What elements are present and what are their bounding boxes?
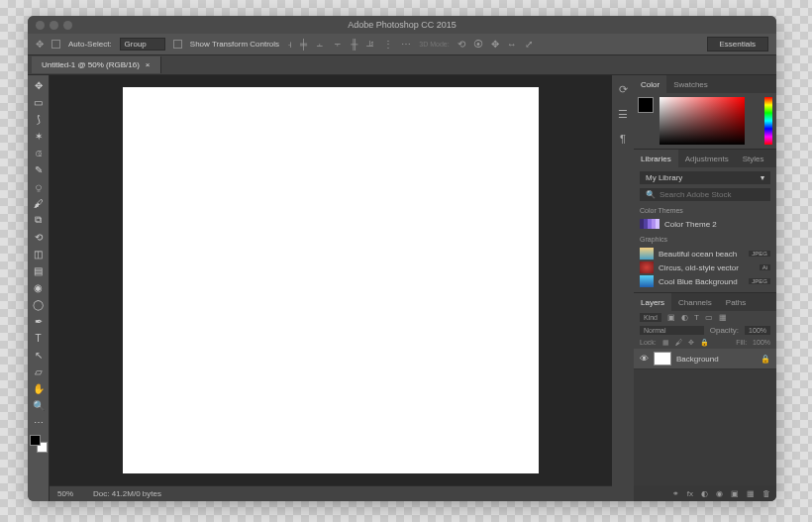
dodge-tool[interactable]: ◯ <box>30 296 48 312</box>
character-panel-icon[interactable]: ¶ <box>620 133 626 145</box>
history-panel-icon[interactable]: ⟳ <box>619 83 628 96</box>
magic-wand-tool[interactable]: ✶ <box>30 128 48 144</box>
filter-smart-icon[interactable]: ▦ <box>719 313 727 322</box>
current-color-swatch[interactable] <box>638 97 654 113</box>
canvas-area: 50% Doc: 41.2M/0 bytes <box>50 75 612 501</box>
more-options-icon[interactable]: ⋯ <box>401 39 411 50</box>
hand-tool[interactable]: ✋ <box>30 380 48 396</box>
filter-type-icon[interactable]: T <box>694 313 699 322</box>
layer-background[interactable]: 👁 Background 🔒 <box>634 349 776 369</box>
path-select-tool[interactable]: ↖ <box>30 347 48 363</box>
align-left-icon[interactable]: ⫞ <box>287 39 292 50</box>
color-tab[interactable]: Color <box>634 75 666 93</box>
new-group-icon[interactable]: ▣ <box>731 489 739 498</box>
library-graphic-item[interactable]: Cool Blue BackgroundJPEG <box>640 274 770 288</box>
shape-tool[interactable]: ▱ <box>30 364 48 379</box>
filter-shape-icon[interactable]: ▭ <box>705 313 713 322</box>
edit-toolbar[interactable]: ⋯ <box>30 414 48 430</box>
gradient-tool[interactable]: ▤ <box>30 262 48 278</box>
close-window-button[interactable] <box>36 21 45 30</box>
color-theme-item[interactable]: Color Theme 2 <box>640 218 770 230</box>
library-graphic-item[interactable]: Beautiful ocean beachJPEG <box>640 247 770 261</box>
align-top-icon[interactable]: ⫟ <box>333 39 343 50</box>
foreground-color-swatch[interactable] <box>30 435 41 446</box>
layer-style-icon[interactable]: fx <box>687 489 693 498</box>
zoom-level[interactable]: 50% <box>57 489 73 498</box>
traffic-lights <box>36 21 72 30</box>
zoom-tool[interactable]: 🔍 <box>30 397 48 413</box>
layer-lock-row: Lock: ▦ 🖌 ✥ 🔒 Fill: 100% <box>634 337 776 349</box>
lock-icon[interactable]: 🔒 <box>761 355 770 364</box>
opacity-field[interactable]: 100% <box>745 326 770 335</box>
adjustments-tab[interactable]: Adjustments <box>678 150 736 167</box>
close-tab-icon[interactable]: × <box>146 60 151 69</box>
lock-all-icon[interactable]: 🔒 <box>700 339 709 347</box>
stock-search-input[interactable]: 🔍Search Adobe Stock <box>640 188 770 201</box>
history-brush-tool[interactable]: ⟲ <box>30 229 48 245</box>
visibility-icon[interactable]: 👁 <box>640 354 649 364</box>
auto-select-dropdown[interactable]: Group <box>120 38 165 51</box>
paths-tab[interactable]: Paths <box>719 293 753 311</box>
styles-tab[interactable]: Styles <box>736 150 771 167</box>
move-tool[interactable]: ✥ <box>30 77 48 93</box>
pen-tool[interactable]: ✒ <box>30 313 48 329</box>
eyedropper-tool[interactable]: ✎ <box>30 161 48 177</box>
canvas[interactable] <box>123 87 539 473</box>
hue-slider[interactable] <box>764 97 772 145</box>
link-layers-icon[interactable]: ⚭ <box>672 489 679 498</box>
libraries-tab[interactable]: Libraries <box>634 150 678 167</box>
photoshop-window: Adobe Photoshop CC 2015 ✥ Auto-Select: G… <box>28 16 776 501</box>
doc-info[interactable]: Doc: 41.2M/0 bytes <box>93 489 161 498</box>
marquee-tool[interactable]: ▭ <box>30 94 48 110</box>
3d-roll-icon[interactable]: ⦿ <box>473 39 483 50</box>
filter-adjust-icon[interactable]: ◐ <box>681 313 688 322</box>
3d-zoom-icon[interactable]: ⤢ <box>525 39 533 50</box>
3d-orbit-icon[interactable]: ⟲ <box>457 39 465 50</box>
delete-layer-icon[interactable]: 🗑 <box>762 489 770 498</box>
layer-kind-filter[interactable]: Kind <box>640 313 661 322</box>
lock-position-icon[interactable]: ✥ <box>688 339 694 347</box>
type-tool[interactable]: T <box>30 330 48 346</box>
clone-stamp-tool[interactable]: ⧉ <box>30 212 48 228</box>
lasso-tool[interactable]: ⟆ <box>30 111 48 127</box>
align-bottom-icon[interactable]: ⫡ <box>365 39 375 50</box>
document-tabbar: Untitled-1 @ 50% (RGB/16) × <box>28 55 776 75</box>
eraser-tool[interactable]: ◫ <box>30 246 48 261</box>
auto-select-checkbox[interactable] <box>51 40 60 49</box>
library-graphic-item[interactable]: Circus, old-style vectorAi <box>640 261 770 274</box>
minimize-window-button[interactable] <box>50 21 58 30</box>
align-center-h-icon[interactable]: ╪ <box>300 39 307 50</box>
properties-panel-icon[interactable]: ☰ <box>618 108 628 121</box>
new-fill-icon[interactable]: ◉ <box>716 489 723 498</box>
layer-name[interactable]: Background <box>676 355 719 364</box>
color-swatches[interactable] <box>30 435 48 453</box>
swatches-tab[interactable]: Swatches <box>666 75 715 93</box>
blur-tool[interactable]: ◉ <box>30 279 48 295</box>
filter-image-icon[interactable]: ▣ <box>667 313 675 322</box>
healing-brush-tool[interactable]: ⍜ <box>30 178 48 194</box>
layer-mask-icon[interactable]: ◐ <box>701 489 708 498</box>
brush-tool[interactable]: 🖌 <box>30 195 48 211</box>
show-transform-checkbox[interactable] <box>173 40 182 49</box>
document-tab[interactable]: Untitled-1 @ 50% (RGB/16) × <box>32 56 161 73</box>
status-bar: 50% Doc: 41.2M/0 bytes <box>50 485 612 501</box>
3d-pan-icon[interactable]: ✥ <box>491 39 499 50</box>
workspace-selector[interactable]: Essentials <box>707 37 768 52</box>
fill-field[interactable]: 100% <box>753 339 770 347</box>
new-layer-icon[interactable]: ▦ <box>747 489 755 498</box>
blend-mode-dropdown[interactable]: Normal <box>640 326 704 335</box>
lock-transparent-icon[interactable]: ▦ <box>662 339 669 347</box>
distribute-h-icon[interactable]: ⋮ <box>383 39 393 50</box>
layers-tab[interactable]: Layers <box>634 293 671 311</box>
canvas-viewport[interactable] <box>50 75 612 485</box>
align-middle-icon[interactable]: ╫ <box>351 39 357 50</box>
channels-tab[interactable]: Channels <box>671 293 719 311</box>
crop-tool[interactable]: ⟃ <box>30 145 48 160</box>
zoom-window-button[interactable] <box>63 21 72 30</box>
layer-thumbnail[interactable] <box>654 352 671 365</box>
color-picker-field[interactable] <box>660 97 745 145</box>
library-dropdown[interactable]: My Library ▾ <box>640 171 770 184</box>
3d-slide-icon[interactable]: ↔ <box>507 39 517 50</box>
lock-pixels-icon[interactable]: 🖌 <box>675 339 682 347</box>
align-right-icon[interactable]: ⫠ <box>315 39 325 50</box>
